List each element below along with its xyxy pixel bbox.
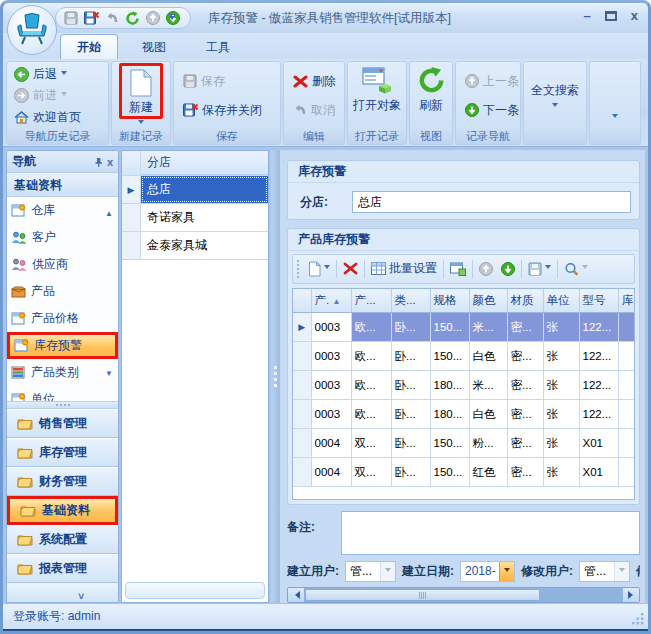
table-cell[interactable]: 卧... — [391, 400, 430, 429]
table-cell[interactable]: 2 — [618, 371, 635, 400]
calendar-dropdown-icon[interactable] — [499, 562, 514, 581]
table-cell[interactable]: 122... — [579, 400, 618, 429]
app-logo-icon[interactable] — [7, 5, 57, 55]
table-cell[interactable]: 双... — [351, 429, 391, 458]
close-button[interactable]: x — [631, 9, 638, 23]
chevron-down-icon[interactable] — [614, 562, 629, 581]
table-cell[interactable]: 欧... — [351, 400, 391, 429]
column-header[interactable]: 类... — [391, 289, 430, 313]
new-dropdown-arrow[interactable] — [138, 120, 144, 127]
table-cell[interactable]: 张 — [543, 458, 579, 487]
sidebar-group-basic-data[interactable]: 基础资料 — [7, 496, 118, 525]
column-header[interactable]: 单位 — [543, 289, 579, 313]
grid-new-button[interactable] — [306, 260, 332, 278]
grid-export-button[interactable] — [526, 261, 553, 277]
row-selector-header[interactable] — [293, 289, 311, 313]
table-cell[interactable]: 欧... — [351, 342, 391, 371]
back-button[interactable]: 后退 — [9, 64, 106, 84]
table-cell[interactable]: 0004 — [311, 429, 351, 458]
table-cell[interactable]: 粉... — [469, 429, 507, 458]
table-cell[interactable]: 张 — [543, 371, 579, 400]
table-cell[interactable]: 2 — [618, 400, 635, 429]
sidebar-item-customers[interactable]: 客户 — [7, 224, 118, 251]
save-close-icon[interactable] — [84, 11, 99, 25]
created-by-combo[interactable]: 管... — [345, 561, 396, 582]
sidebar-item-product-category[interactable]: 产品类别 — [7, 359, 118, 386]
refresh-button[interactable]: 刷新 — [412, 63, 450, 128]
table-cell[interactable]: 2 — [618, 342, 635, 371]
sidebar-group-reports[interactable]: 报表管理 — [7, 554, 118, 583]
delete-button[interactable]: 删除 — [288, 71, 340, 91]
tab-tools[interactable]: 工具 — [190, 35, 246, 59]
table-cell[interactable]: 张 — [543, 429, 579, 458]
table-cell[interactable]: 卧... — [391, 371, 430, 400]
batch-settings-button[interactable]: 批量设置 — [369, 259, 439, 278]
table-cell[interactable]: 122... — [579, 342, 618, 371]
row-selector-cell[interactable]: ▶ — [293, 313, 311, 342]
table-cell[interactable]: 2 — [618, 429, 635, 458]
next-record-button[interactable]: 下一条 — [460, 100, 516, 120]
save-icon[interactable] — [64, 11, 78, 25]
column-header[interactable]: 颜色 — [469, 289, 507, 313]
list-item-qinuo[interactable]: 奇诺家具 — [122, 204, 268, 232]
table-cell[interactable]: 150... — [430, 429, 469, 458]
modified-by-combo[interactable]: 管... — [579, 561, 630, 582]
nav-scroll-up-icon[interactable]: ▲ — [105, 209, 113, 218]
sidebar-group-inventory[interactable]: 库存管理 — [7, 438, 118, 467]
fulltext-search-dropdown-arrow[interactable] — [552, 103, 558, 110]
table-cell[interactable]: 150... — [430, 458, 469, 487]
table-cell[interactable]: 红色 — [469, 458, 507, 487]
table-cell[interactable]: 欧... — [351, 371, 391, 400]
nav-scroll-down-icon[interactable]: ▼ — [105, 369, 113, 378]
list-item-jintai[interactable]: 金泰家具城 — [122, 232, 268, 260]
scroll-left-arrow[interactable] — [288, 588, 304, 602]
column-header[interactable]: 规格 — [430, 289, 469, 313]
table-cell[interactable]: 180... — [430, 400, 469, 429]
table-cell[interactable]: 2 — [618, 313, 635, 342]
list-item-main-store[interactable]: ▶ 总店 — [122, 176, 268, 204]
column-header[interactable]: 产... — [351, 289, 391, 313]
table-cell[interactable]: 150... — [430, 313, 469, 342]
table-cell[interactable]: 0004 — [311, 458, 351, 487]
column-header[interactable]: 产. ▲ — [311, 289, 351, 313]
cancel-button[interactable]: 取消 — [288, 100, 340, 120]
grid-up-button[interactable] — [477, 261, 495, 277]
chevron-down-icon[interactable] — [380, 562, 395, 581]
table-cell[interactable]: 密... — [507, 429, 543, 458]
table-cell[interactable]: 0003 — [311, 342, 351, 371]
table-cell[interactable]: 密... — [507, 342, 543, 371]
remark-input[interactable] — [341, 511, 640, 555]
undo-icon[interactable] — [105, 12, 119, 25]
created-date-combo[interactable]: 2018- — [460, 561, 515, 582]
table-cell[interactable]: X01 — [579, 458, 618, 487]
save-and-close-button[interactable]: 保存并关闭 — [178, 100, 276, 120]
new-button[interactable]: 新建 — [119, 63, 163, 119]
table-cell[interactable]: X01 — [579, 429, 618, 458]
scroll-right-arrow[interactable] — [623, 588, 639, 602]
sidebar-group-finance[interactable]: 财务管理 — [7, 467, 118, 496]
table-cell[interactable]: 0003 — [311, 371, 351, 400]
table-cell[interactable]: 白色 — [469, 400, 507, 429]
resize-grip[interactable] — [632, 613, 644, 625]
table-cell[interactable]: 0003 — [311, 313, 351, 342]
refresh-icon[interactable] — [125, 11, 140, 26]
minimize-button[interactable]: – — [584, 9, 591, 23]
nav-splitter-handle[interactable] — [7, 401, 118, 409]
table-cell[interactable]: 双... — [351, 458, 391, 487]
table-cell[interactable]: 张 — [543, 342, 579, 371]
row-selector-cell[interactable] — [293, 371, 311, 400]
table-cell[interactable]: 张 — [543, 313, 579, 342]
branch-field-input[interactable]: 总店 — [352, 191, 631, 213]
table-cell[interactable]: 密... — [507, 371, 543, 400]
sidebar-item-warehouse[interactable]: 仓库 — [7, 197, 118, 224]
table-cell[interactable]: 密... — [507, 458, 543, 487]
table-cell[interactable]: 米... — [469, 371, 507, 400]
table-row[interactable]: 0003欧...卧...150...白色密...张122...2 — [293, 342, 635, 371]
sidebar-item-product-price[interactable]: 产品价格 — [7, 305, 118, 332]
table-row[interactable]: ▶0003欧...卧...150...米...密...张122...2 — [293, 313, 635, 342]
table-cell[interactable]: 2 — [618, 458, 635, 487]
tab-view[interactable]: 视图 — [126, 35, 182, 59]
sidebar-item-suppliers[interactable]: 供应商 — [7, 251, 118, 278]
row-selector-cell[interactable] — [293, 342, 311, 371]
column-header[interactable]: 型号 — [579, 289, 618, 313]
